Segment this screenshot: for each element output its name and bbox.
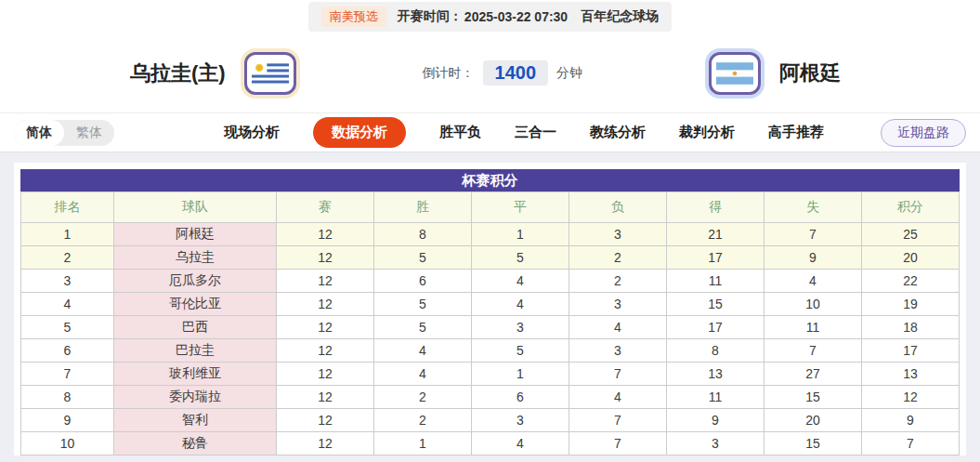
stat-cell: 9 bbox=[667, 409, 764, 432]
nav-tab-4[interactable]: 教练分析 bbox=[590, 124, 646, 141]
stat-cell: 8 bbox=[374, 223, 472, 246]
countdown: 倒计时： 1400 分钟 bbox=[423, 60, 583, 86]
stat-cell: 6 bbox=[472, 386, 569, 409]
stat-cell: 12 bbox=[277, 386, 374, 409]
nav-tab-0[interactable]: 现场分析 bbox=[224, 124, 280, 141]
stat-cell: 8 bbox=[667, 339, 764, 363]
stat-cell: 4 bbox=[374, 339, 472, 363]
table-row: 9智利122379209 bbox=[21, 409, 960, 432]
rank-cell: 5 bbox=[21, 316, 114, 339]
stat-cell: 5 bbox=[374, 246, 472, 270]
table-row: 10秘鲁121473157 bbox=[21, 432, 960, 455]
rank-cell: 9 bbox=[21, 409, 114, 432]
stat-cell: 11 bbox=[667, 270, 764, 293]
lang-toggle: 简体 繁体 bbox=[14, 120, 114, 146]
kickoff-label: 开赛时间： bbox=[398, 8, 463, 25]
stat-cell: 12 bbox=[277, 223, 374, 246]
column-header: 平 bbox=[472, 192, 569, 223]
stat-cell: 2 bbox=[569, 270, 667, 293]
stat-cell: 13 bbox=[862, 363, 960, 386]
stat-cell: 7 bbox=[569, 432, 667, 455]
stat-cell: 6 bbox=[374, 270, 472, 293]
stat-cell: 20 bbox=[862, 246, 960, 270]
stat-cell: 4 bbox=[472, 293, 569, 316]
stat-cell: 9 bbox=[862, 409, 960, 432]
stat-cell: 9 bbox=[764, 246, 862, 270]
team-cell: 巴拉圭 bbox=[114, 339, 277, 363]
column-header: 胜 bbox=[374, 192, 472, 223]
away-team: 阿根廷 bbox=[705, 48, 841, 99]
stat-cell: 12 bbox=[277, 363, 374, 386]
table-row: 4哥伦比亚12543151019 bbox=[21, 293, 960, 316]
column-header: 排名 bbox=[21, 192, 114, 223]
stat-cell: 1 bbox=[472, 223, 569, 246]
stat-cell: 4 bbox=[472, 270, 569, 293]
team-cell: 委内瑞拉 bbox=[114, 386, 277, 409]
stat-cell: 27 bbox=[764, 363, 862, 386]
column-header: 失 bbox=[764, 192, 862, 223]
match-info-pill: 南美预选 开赛时间： 2025-03-22 07:30 百年纪念球场 bbox=[308, 2, 672, 32]
stat-cell: 5 bbox=[374, 293, 472, 316]
stat-cell: 15 bbox=[667, 293, 764, 316]
stat-cell: 4 bbox=[569, 386, 667, 409]
table-row: 2乌拉圭1255217920 bbox=[21, 246, 960, 270]
away-team-name: 阿根廷 bbox=[779, 59, 841, 87]
rank-cell: 6 bbox=[21, 339, 114, 363]
stat-cell: 2 bbox=[374, 386, 472, 409]
column-header: 球队 bbox=[114, 192, 277, 223]
stat-cell: 7 bbox=[569, 363, 667, 386]
stat-cell: 12 bbox=[277, 270, 374, 293]
table-row: 3厄瓜多尔1264211422 bbox=[21, 270, 960, 293]
stat-cell: 15 bbox=[764, 386, 862, 409]
column-header: 积分 bbox=[862, 192, 960, 223]
team-cell: 阿根廷 bbox=[114, 223, 277, 246]
column-header: 赛 bbox=[277, 192, 374, 223]
stat-cell: 17 bbox=[667, 316, 764, 339]
standings-card: 杯赛积分 排名球队赛胜平负得失积分 1阿根廷12813217252乌拉圭1255… bbox=[14, 163, 966, 455]
column-header: 得 bbox=[667, 192, 764, 223]
stat-cell: 1 bbox=[374, 432, 472, 455]
main-area: 杯赛积分 排名球队赛胜平负得失积分 1阿根廷12813217252乌拉圭1255… bbox=[0, 152, 980, 462]
team-cell: 秘鲁 bbox=[114, 432, 277, 455]
table-row: 5巴西12534171118 bbox=[21, 316, 960, 339]
team-cell: 玻利维亚 bbox=[114, 363, 277, 386]
nav-tabs: 现场分析数据分析胜平负三合一教练分析裁判分析高手推荐 bbox=[224, 117, 824, 148]
nav-tab-6[interactable]: 高手推荐 bbox=[768, 124, 824, 141]
nav-tab-5[interactable]: 裁判分析 bbox=[679, 124, 735, 141]
recent-odds-button[interactable]: 近期盘路 bbox=[881, 119, 966, 147]
table-title: 杯赛积分 bbox=[20, 169, 960, 191]
stat-cell: 2 bbox=[374, 409, 472, 432]
stat-cell: 3 bbox=[472, 409, 569, 432]
teams-row: 乌拉圭(主) 倒计时： 1400 分钟 bbox=[0, 33, 980, 112]
stat-cell: 13 bbox=[667, 363, 764, 386]
stat-cell: 12 bbox=[277, 432, 374, 455]
league-badge: 南美预选 bbox=[321, 7, 386, 27]
lang-simplified-button[interactable]: 简体 bbox=[14, 120, 64, 146]
lang-traditional-button[interactable]: 繁体 bbox=[64, 120, 114, 146]
stat-cell: 12 bbox=[277, 316, 374, 339]
stat-cell: 12 bbox=[277, 293, 374, 316]
stat-cell: 19 bbox=[862, 293, 960, 316]
argentina-flag-icon bbox=[709, 52, 761, 95]
nav-tab-1[interactable]: 数据分析 bbox=[313, 117, 406, 148]
stat-cell: 11 bbox=[764, 316, 862, 339]
stat-cell: 17 bbox=[667, 246, 764, 270]
team-cell: 哥伦比亚 bbox=[114, 293, 277, 316]
stat-cell: 12 bbox=[862, 386, 960, 409]
rank-cell: 4 bbox=[21, 293, 114, 316]
stat-cell: 3 bbox=[569, 339, 667, 363]
stat-cell: 5 bbox=[472, 339, 569, 363]
venue: 百年纪念球场 bbox=[581, 8, 659, 25]
stat-cell: 4 bbox=[472, 432, 569, 455]
nav-tab-3[interactable]: 三合一 bbox=[515, 124, 556, 141]
away-flag-frame bbox=[705, 48, 764, 99]
stat-cell: 11 bbox=[667, 386, 764, 409]
stat-cell: 3 bbox=[667, 432, 764, 455]
table-row: 8委内瑞拉12264111512 bbox=[21, 386, 960, 409]
nav-tab-2[interactable]: 胜平负 bbox=[439, 124, 481, 141]
table-row: 6巴拉圭124538717 bbox=[21, 339, 960, 363]
countdown-value: 1400 bbox=[483, 60, 549, 86]
stat-cell: 4 bbox=[764, 270, 862, 293]
standings-table: 排名球队赛胜平负得失积分 1阿根廷12813217252乌拉圭125521792… bbox=[20, 191, 960, 455]
table-body: 1阿根廷12813217252乌拉圭12552179203厄瓜多尔1264211… bbox=[21, 223, 960, 455]
